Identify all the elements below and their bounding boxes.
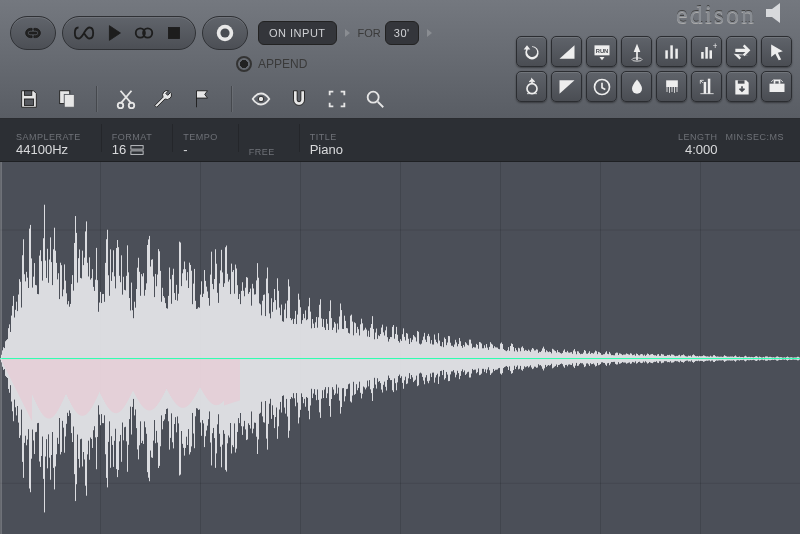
select-region-icon[interactable] bbox=[326, 88, 348, 110]
play-button[interactable] bbox=[99, 19, 129, 47]
separator bbox=[299, 124, 300, 152]
separator bbox=[101, 124, 102, 152]
separator bbox=[172, 124, 173, 152]
acquire-button[interactable] bbox=[761, 71, 792, 102]
loop-button[interactable] bbox=[69, 19, 99, 47]
separator bbox=[231, 86, 232, 112]
speaker-icon[interactable] bbox=[764, 2, 792, 24]
minsec-label: MIN:SEC:MS bbox=[725, 132, 784, 142]
arrow-tool-button[interactable] bbox=[761, 36, 792, 67]
fade-out-button[interactable] bbox=[551, 71, 582, 102]
svg-text:+: + bbox=[712, 42, 716, 51]
trim-button[interactable] bbox=[691, 71, 722, 102]
record-button[interactable] bbox=[202, 16, 248, 50]
svg-rect-29 bbox=[769, 83, 784, 91]
record-mode-dropdown[interactable]: ON INPUT bbox=[258, 21, 337, 45]
reverse-button[interactable] bbox=[726, 36, 757, 67]
svg-rect-28 bbox=[737, 80, 744, 83]
stop-button[interactable] bbox=[159, 19, 189, 47]
edit-tools-row bbox=[10, 86, 394, 112]
app-logo: edison bbox=[676, 0, 756, 30]
append-toggle[interactable]: APPEND bbox=[236, 56, 307, 72]
format-label: FORMAT bbox=[112, 132, 152, 142]
duration-value: 30' bbox=[394, 27, 410, 39]
save-icon[interactable] bbox=[18, 88, 40, 110]
chevron-right-icon[interactable] bbox=[427, 29, 432, 37]
radio-icon bbox=[236, 56, 252, 72]
svg-point-23 bbox=[527, 83, 537, 93]
svg-rect-21 bbox=[709, 50, 712, 58]
title-field: TITLE Piano bbox=[310, 132, 343, 157]
separator bbox=[96, 86, 97, 112]
info-bar: SAMPLERATE 44100Hz FORMAT 16 TEMPO - FRE… bbox=[0, 119, 800, 162]
declip-button[interactable]: + bbox=[691, 36, 722, 67]
svg-text:RUN: RUN bbox=[595, 47, 608, 53]
free-field: FREE bbox=[249, 147, 279, 157]
link-button[interactable] bbox=[10, 16, 56, 50]
time-button[interactable] bbox=[586, 71, 617, 102]
playback-pill bbox=[62, 16, 196, 50]
samplerate-value[interactable]: 44100Hz bbox=[16, 142, 81, 157]
svg-rect-30 bbox=[131, 145, 143, 149]
svg-rect-31 bbox=[131, 150, 143, 154]
tune-button[interactable] bbox=[516, 71, 547, 102]
blur-button[interactable] bbox=[621, 71, 652, 102]
length-label: LENGTH bbox=[678, 132, 718, 142]
title-value[interactable]: Piano bbox=[310, 142, 343, 157]
svg-point-10 bbox=[129, 103, 135, 109]
stereo-icon bbox=[130, 144, 144, 156]
reels-button[interactable] bbox=[129, 19, 159, 47]
svg-point-9 bbox=[118, 103, 124, 109]
wrench-icon[interactable] bbox=[153, 88, 175, 110]
format-field: FORMAT 16 bbox=[112, 132, 152, 157]
magnet-icon[interactable] bbox=[288, 88, 310, 110]
free-label: FREE bbox=[249, 147, 279, 157]
load-state-button[interactable] bbox=[726, 71, 757, 102]
function-tool-grid: RUN + bbox=[516, 36, 792, 102]
samplerate-label: SAMPLERATE bbox=[16, 132, 81, 142]
svg-rect-27 bbox=[707, 78, 710, 93]
separator bbox=[238, 124, 239, 152]
append-label: APPEND bbox=[258, 57, 307, 71]
cut-icon[interactable] bbox=[115, 88, 137, 110]
svg-rect-2 bbox=[169, 28, 180, 39]
svg-point-4 bbox=[220, 28, 229, 37]
svg-point-11 bbox=[258, 96, 264, 102]
svg-rect-16 bbox=[665, 50, 668, 58]
transport-row: ON INPUT FOR 30' bbox=[10, 16, 438, 50]
svg-rect-26 bbox=[703, 82, 706, 94]
svg-rect-8 bbox=[64, 94, 74, 107]
copy-icon[interactable] bbox=[56, 88, 78, 110]
brush-button[interactable] bbox=[656, 71, 687, 102]
eye-icon[interactable] bbox=[250, 88, 272, 110]
length-value[interactable]: 4:000 bbox=[685, 142, 718, 157]
svg-rect-6 bbox=[24, 99, 33, 105]
zoom-icon[interactable] bbox=[364, 88, 386, 110]
fade-in-button[interactable] bbox=[551, 36, 582, 67]
waveform-canvas bbox=[0, 162, 800, 534]
top-toolbar: edison ON INPUT FOR 30' APPEND bbox=[0, 0, 800, 119]
flag-icon[interactable] bbox=[191, 88, 213, 110]
record-mode-label: ON INPUT bbox=[269, 27, 326, 39]
eq-button[interactable] bbox=[656, 36, 687, 67]
duration-dropdown[interactable]: 30' bbox=[385, 21, 419, 45]
format-value[interactable]: 16 bbox=[112, 142, 152, 157]
svg-rect-17 bbox=[670, 45, 673, 58]
tempo-field: TEMPO - bbox=[183, 132, 218, 157]
svg-rect-20 bbox=[705, 47, 708, 59]
samplerate-field: SAMPLERATE 44100Hz bbox=[16, 132, 81, 157]
run-script-button[interactable]: RUN bbox=[586, 36, 617, 67]
length-field: LENGTH 4:000 bbox=[678, 132, 718, 157]
for-label: FOR bbox=[358, 27, 381, 39]
svg-point-12 bbox=[368, 92, 379, 103]
svg-rect-19 bbox=[701, 52, 704, 59]
svg-rect-18 bbox=[675, 48, 678, 58]
chevron-right-icon[interactable] bbox=[345, 29, 350, 37]
waveform-display[interactable] bbox=[0, 162, 800, 534]
minsec-field: MIN:SEC:MS bbox=[725, 132, 784, 157]
amp-button[interactable] bbox=[621, 36, 652, 67]
title-label: TITLE bbox=[310, 132, 343, 142]
undo-button[interactable] bbox=[516, 36, 547, 67]
svg-rect-5 bbox=[24, 91, 31, 96]
tempo-value[interactable]: - bbox=[183, 142, 218, 157]
